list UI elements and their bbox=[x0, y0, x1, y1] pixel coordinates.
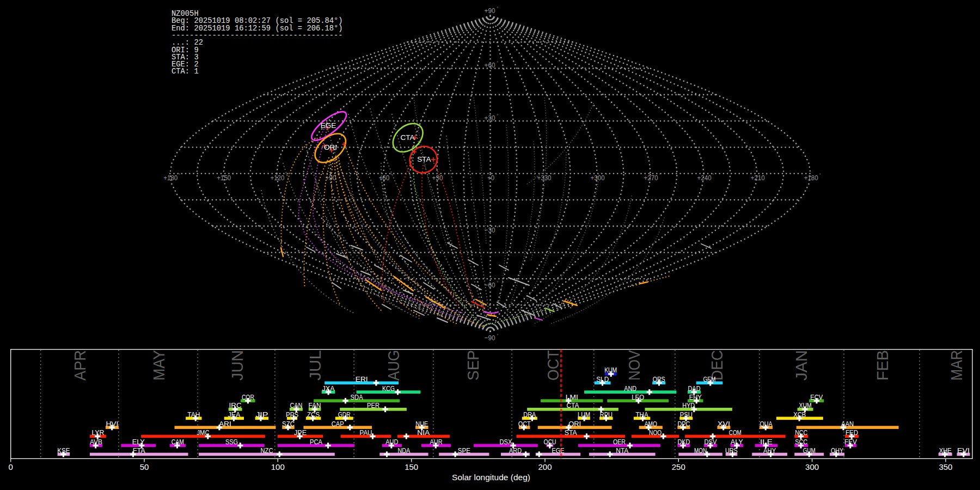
svg-text:STA: STA bbox=[565, 428, 577, 437]
svg-text:+180: +180 bbox=[804, 174, 818, 182]
svg-text:°: ° bbox=[497, 60, 498, 65]
svg-text:°: ° bbox=[553, 173, 554, 177]
svg-text:MAY: MAY bbox=[150, 350, 168, 381]
svg-text:°: ° bbox=[819, 173, 821, 177]
svg-text:NOO: NOO bbox=[649, 428, 661, 437]
svg-text:APR: APR bbox=[71, 350, 89, 381]
svg-text:+300: +300 bbox=[591, 174, 605, 182]
svg-text:+240: +240 bbox=[697, 174, 712, 182]
svg-text:ORI: ORI bbox=[324, 143, 337, 151]
svg-text:EGE: EGE bbox=[552, 446, 565, 455]
svg-text:CAP: CAP bbox=[332, 420, 344, 428]
svg-text:TAH: TAH bbox=[187, 411, 200, 419]
svg-text:°: ° bbox=[659, 173, 661, 177]
svg-text:DRA: DRA bbox=[523, 411, 536, 419]
svg-text:NOV: NOV bbox=[625, 350, 643, 381]
svg-text:+60: +60 bbox=[485, 61, 495, 69]
svg-text:°: ° bbox=[497, 333, 498, 338]
svg-text:°: ° bbox=[444, 173, 445, 177]
svg-text:PAU: PAU bbox=[360, 428, 372, 437]
svg-text:250: 250 bbox=[672, 462, 685, 471]
svg-text:COM: COM bbox=[729, 428, 742, 437]
svg-text:PCA: PCA bbox=[310, 438, 322, 446]
svg-text:150: 150 bbox=[405, 462, 418, 471]
svg-text:+0: +0 bbox=[487, 174, 494, 182]
svg-text:300: 300 bbox=[805, 462, 819, 471]
svg-text:350: 350 bbox=[939, 462, 952, 471]
svg-text:200: 200 bbox=[538, 462, 552, 471]
svg-text:FTA: FTA bbox=[133, 446, 145, 455]
svg-text:−90: −90 bbox=[485, 334, 495, 342]
svg-text:EHY: EHY bbox=[689, 393, 702, 401]
svg-text:°: ° bbox=[713, 173, 714, 177]
svg-text:+270: +270 bbox=[644, 174, 658, 182]
svg-text:°: ° bbox=[497, 6, 498, 11]
svg-text:MON: MON bbox=[694, 446, 707, 455]
svg-text:EGE: EGE bbox=[321, 121, 336, 130]
svg-text:+90: +90 bbox=[485, 7, 495, 15]
svg-text:JAN: JAN bbox=[792, 350, 810, 381]
svg-text:DSX: DSX bbox=[499, 438, 512, 446]
svg-text:AUG: AUG bbox=[384, 350, 402, 381]
svg-text:CTA: CTA bbox=[401, 133, 415, 142]
svg-text:°: ° bbox=[232, 173, 234, 177]
svg-text:SDA: SDA bbox=[351, 393, 363, 401]
svg-text:GEM: GEM bbox=[703, 375, 716, 383]
svg-text:LMI: LMI bbox=[566, 393, 578, 401]
svg-text:−60: −60 bbox=[485, 281, 495, 289]
svg-text:CTA: 1: CTA: 1 bbox=[171, 68, 199, 76]
svg-text:°: ° bbox=[179, 173, 180, 177]
svg-text:SEP: SEP bbox=[464, 350, 482, 381]
svg-text:0: 0 bbox=[9, 462, 13, 471]
svg-text:NZC: NZC bbox=[261, 446, 273, 455]
svg-text:°: ° bbox=[766, 173, 768, 177]
svg-text:+150: +150 bbox=[217, 174, 231, 182]
svg-text:OHY: OHY bbox=[831, 446, 843, 455]
svg-text:°: ° bbox=[497, 225, 498, 230]
svg-text:ELY: ELY bbox=[132, 438, 145, 446]
svg-text:AND: AND bbox=[624, 384, 636, 393]
svg-text:FEB: FEB bbox=[873, 350, 891, 381]
svg-text:100: 100 bbox=[271, 462, 285, 471]
svg-text:°: ° bbox=[497, 113, 498, 118]
svg-text:URS: URS bbox=[725, 446, 738, 455]
svg-text:JUN: JUN bbox=[228, 350, 246, 381]
svg-text:HYD: HYD bbox=[682, 401, 695, 409]
svg-text:°: ° bbox=[606, 173, 608, 177]
svg-text:NTA: NTA bbox=[616, 446, 628, 455]
svg-text:PER: PER bbox=[367, 401, 379, 409]
svg-text:Solar longitude (deg): Solar longitude (deg) bbox=[452, 473, 530, 482]
svg-text:MAR: MAR bbox=[947, 350, 965, 381]
svg-text:ARI: ARI bbox=[219, 420, 231, 428]
svg-text:KCG: KCG bbox=[382, 384, 395, 393]
svg-text:SPE: SPE bbox=[458, 446, 470, 455]
svg-text:NIA: NIA bbox=[417, 428, 430, 437]
svg-text:OCT: OCT bbox=[544, 350, 562, 381]
svg-text:°: ° bbox=[497, 280, 498, 285]
svg-text:ORI: ORI bbox=[568, 420, 581, 428]
svg-text:+30: +30 bbox=[485, 114, 495, 122]
svg-text:50: 50 bbox=[140, 462, 149, 471]
svg-text:+180: +180 bbox=[163, 174, 177, 182]
svg-text:SSG: SSG bbox=[225, 438, 238, 446]
svg-text:STA: STA bbox=[417, 155, 431, 163]
svg-text:AMO: AMO bbox=[645, 420, 657, 428]
svg-text:+210: +210 bbox=[751, 174, 765, 182]
svg-text:+120: +120 bbox=[270, 174, 284, 182]
svg-text:NDA: NDA bbox=[397, 446, 410, 455]
svg-text:ARD: ARD bbox=[509, 446, 522, 455]
svg-text:GDR: GDR bbox=[338, 411, 351, 419]
svg-text:+60: +60 bbox=[378, 174, 389, 182]
svg-text:JIP: JIP bbox=[255, 411, 268, 419]
svg-text:ERI: ERI bbox=[356, 375, 368, 383]
svg-text:OER: OER bbox=[613, 438, 626, 446]
svg-text:JUL: JUL bbox=[306, 350, 324, 381]
svg-text:°: ° bbox=[495, 173, 497, 177]
